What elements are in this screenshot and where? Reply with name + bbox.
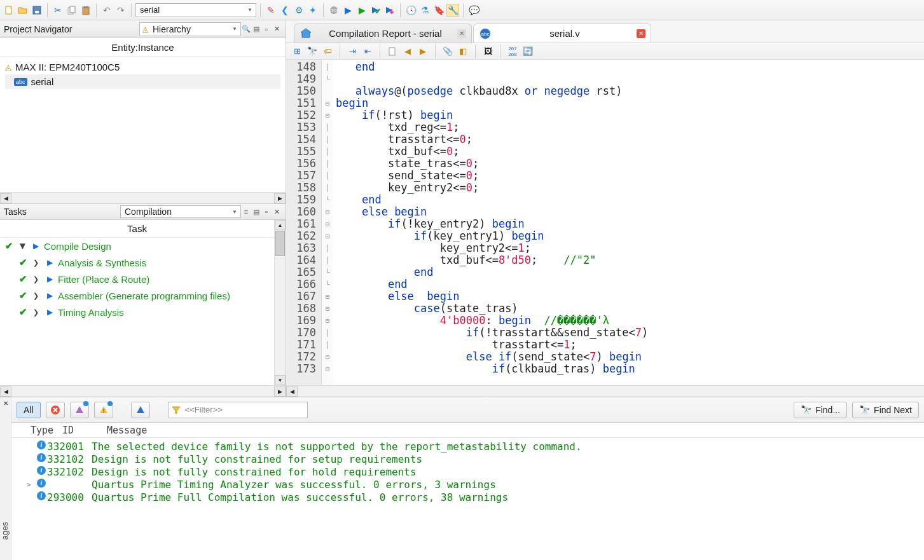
message-row[interactable]: i332102Design is not fully constrained f…	[27, 466, 919, 479]
chat-icon[interactable]: 💬	[467, 4, 480, 17]
run-down-icon[interactable]	[383, 4, 396, 17]
tasks-options-icon[interactable]: ≡	[241, 207, 251, 217]
tasks-vscroll[interactable]: ▲ ▼	[274, 220, 286, 385]
filter-info-button[interactable]	[131, 402, 150, 418]
close-messages-icon[interactable]: ✕	[1, 399, 10, 407]
expander-icon[interactable]: >	[27, 479, 36, 491]
insert-icon[interactable]: ◧	[457, 46, 469, 57]
fold-column[interactable]: │└⊟⊟││││││└⊟⊟⊟││└└⊟⊟⊟││⊟⊟	[322, 60, 333, 385]
scroll-down-icon[interactable]: ▼	[275, 375, 286, 385]
play-icon[interactable]: ▶	[47, 258, 53, 267]
filter-error-button[interactable]	[46, 402, 65, 418]
stop-icon[interactable]: STOP	[328, 4, 340, 17]
task-row[interactable]: ✔❯▶Fitter (Place & Route)	[0, 271, 274, 287]
find-button[interactable]: 🔭Find...	[794, 402, 847, 418]
clock-icon[interactable]: 🕓	[404, 4, 417, 17]
undo-icon[interactable]: ↶	[100, 4, 113, 17]
tab-compilation-report[interactable]: Compilation Report - serial ✕	[294, 24, 472, 43]
expander-icon[interactable]: ❯	[33, 292, 42, 300]
tasks-undock-icon[interactable]: ▫	[261, 207, 272, 217]
scroll-left-icon[interactable]: ◀	[286, 386, 298, 397]
scroll-left-icon[interactable]: ◀	[0, 386, 11, 397]
paste-icon[interactable]	[79, 4, 92, 17]
redo-icon[interactable]: ↷	[114, 4, 127, 17]
expander-icon[interactable]: ❯	[33, 308, 42, 317]
code-editor[interactable]: 1481491501511521531541551561571581591601…	[286, 60, 924, 385]
expander-icon[interactable]: ❯	[33, 275, 42, 283]
tasks-flow-selector[interactable]: Compilation	[120, 205, 241, 218]
tag-icon[interactable]: 🔖	[432, 4, 445, 17]
scroll-track[interactable]	[275, 257, 286, 375]
bookmark-toggle-icon[interactable]: 🏷	[322, 46, 333, 57]
task-row[interactable]: ✔❯▶Assembler (Generate programming files…	[0, 287, 274, 304]
show-whitespace-icon[interactable]: ⊞	[291, 46, 303, 57]
entity-row[interactable]: abc serial	[5, 74, 280, 89]
cut-icon[interactable]: ✂	[52, 4, 64, 17]
play-icon[interactable]: ▶	[47, 291, 53, 300]
expand-panel-icon[interactable]: ▤	[251, 24, 261, 34]
scroll-track[interactable]	[11, 193, 274, 203]
message-row[interactable]: i293000Quartus Prime Full Compilation wa…	[27, 491, 919, 504]
tasks-expand-icon[interactable]: ▤	[251, 207, 261, 217]
navigator-hscroll[interactable]: ◀ ▶	[0, 192, 286, 203]
task-row[interactable]: ✔❯▶Timing Analysis	[0, 304, 274, 320]
project-selector[interactable]: serial	[135, 3, 256, 17]
scroll-left-icon[interactable]: ◀	[0, 193, 11, 203]
next-mark-icon[interactable]: ▶	[417, 46, 429, 57]
scroll-up-icon[interactable]: ▲	[275, 220, 286, 230]
close-tab-icon[interactable]: ✕	[457, 29, 466, 38]
search-icon[interactable]: 🔍	[241, 24, 251, 34]
tab-serial-file[interactable]: abc serial.v ✕	[473, 24, 651, 43]
new-file-icon[interactable]	[3, 4, 15, 17]
outdent-icon[interactable]: ⇤	[362, 46, 373, 57]
new-doc-icon[interactable]	[387, 46, 398, 57]
run-analysis-icon[interactable]: ▶	[355, 4, 368, 17]
expander-icon[interactable]: ❯	[33, 259, 42, 267]
code-content[interactable]: end always@(posedge clkbaud8x or negedge…	[333, 60, 924, 385]
nav-back-icon[interactable]: ❮	[279, 4, 291, 17]
copy-icon[interactable]	[66, 4, 78, 17]
close-panel-icon[interactable]: ✕	[272, 24, 282, 34]
attach-icon[interactable]: 📎	[442, 46, 453, 57]
filter-all-button[interactable]: All	[17, 402, 41, 418]
tasks-close-icon[interactable]: ✕	[272, 207, 282, 217]
message-row[interactable]: i332001The selected device family is not…	[27, 440, 919, 453]
lab-icon[interactable]: ⚗	[418, 4, 431, 17]
check-syntax-icon[interactable]: ✎	[265, 4, 277, 17]
undock-icon[interactable]: ▫	[261, 24, 272, 34]
scroll-right-icon[interactable]: ▶	[274, 386, 286, 397]
refresh-icon[interactable]: 🔄	[522, 46, 534, 57]
run-check-icon[interactable]	[369, 4, 382, 17]
task-row[interactable]: ✔⯆▶Compile Design	[0, 238, 274, 254]
tasks-hscroll[interactable]: ◀ ▶	[0, 385, 286, 397]
messages-tab-label[interactable]: ages	[0, 522, 10, 540]
message-row[interactable]: >iQuartus Prime Timing Analyzer was succ…	[27, 479, 919, 491]
scroll-track[interactable]	[298, 386, 924, 397]
filter-warning-button[interactable]: !	[94, 402, 113, 418]
scroll-track[interactable]	[11, 386, 274, 397]
expander-icon[interactable]: ⯆	[19, 242, 28, 250]
close-tab-icon[interactable]: ✕	[637, 29, 645, 38]
line-267-icon[interactable]: 267268	[507, 46, 518, 57]
run-icon[interactable]: ▶	[341, 4, 354, 17]
prev-mark-icon[interactable]: ◀	[402, 46, 413, 57]
message-row[interactable]: i332102Design is not fully constrained f…	[27, 453, 919, 466]
scroll-thumb[interactable]	[275, 231, 285, 256]
play-icon[interactable]: ▶	[47, 275, 53, 283]
indent-icon[interactable]: ⇥	[347, 46, 358, 57]
play-icon[interactable]: ▶	[33, 242, 39, 250]
binoculars-icon[interactable]: 🔭	[307, 46, 318, 57]
message-filter-input[interactable]: <<Filter>>	[168, 402, 308, 418]
scroll-right-icon[interactable]: ▶	[274, 193, 286, 203]
highlight-icon[interactable]: 🔧	[446, 4, 459, 17]
play-icon[interactable]: ▶	[47, 308, 53, 317]
device-row[interactable]: ◬ MAX II: EPM240T100C5	[5, 60, 280, 74]
open-folder-icon[interactable]	[17, 4, 29, 17]
save-icon[interactable]	[31, 4, 43, 17]
task-row[interactable]: ✔❯▶Analysis & Synthesis	[0, 254, 274, 271]
filter-critical-button[interactable]	[70, 402, 89, 418]
diamond-icon[interactable]: ✦	[307, 4, 319, 17]
editor-hscroll[interactable]: ◀	[286, 385, 924, 397]
hierarchy-selector[interactable]: Hierarchy	[139, 22, 241, 36]
image-icon[interactable]: 🖼	[482, 46, 493, 57]
